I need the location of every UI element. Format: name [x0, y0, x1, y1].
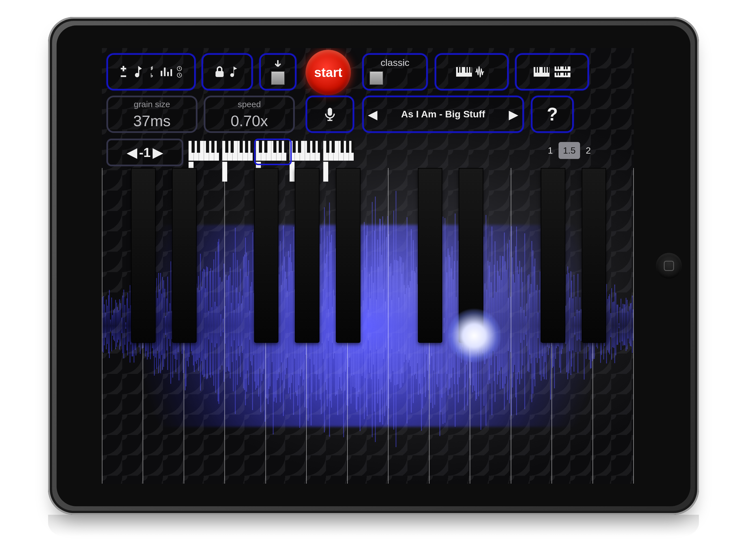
help-label: ?: [533, 97, 572, 131]
svg-text:♭: ♭: [151, 72, 153, 78]
song-prev-button[interactable]: ◀: [368, 107, 378, 122]
octave-next-button[interactable]: ▶: [153, 145, 163, 160]
note-icon: [134, 65, 147, 78]
black-key[interactable]: [172, 168, 197, 343]
keyboard-icon: [534, 67, 549, 77]
svg-text:♯: ♯: [151, 65, 153, 71]
lock-note-panel[interactable]: [202, 53, 253, 90]
black-key[interactable]: [295, 168, 319, 343]
song-title: As I Am - Big Stuff: [401, 109, 485, 119]
clock-icon: [175, 65, 184, 78]
black-key[interactable]: [582, 168, 607, 343]
speed-panel[interactable]: speed 0.70x: [204, 96, 295, 133]
black-key[interactable]: [336, 168, 360, 343]
mode-label: classic: [364, 57, 426, 68]
black-key[interactable]: [541, 168, 565, 343]
grain-size-panel[interactable]: grain size 37ms: [106, 96, 198, 133]
mini-keyboard[interactable]: [188, 141, 357, 161]
sharp-flat-icon: ♯♭: [149, 65, 158, 78]
start-label: start: [314, 65, 342, 80]
svg-rect-4: [216, 71, 224, 77]
black-key[interactable]: [459, 168, 483, 343]
keyboard-icon: [456, 67, 472, 77]
black-key[interactable]: [418, 168, 442, 343]
arrow-down-icon: [273, 59, 283, 70]
microphone-icon: [323, 107, 337, 122]
keyboard-icon: [555, 73, 570, 77]
plus-minus-icon: [119, 65, 132, 78]
bars-icon: [160, 65, 173, 78]
scale-option-1[interactable]: 1: [543, 142, 558, 159]
drop-panel[interactable]: [259, 53, 297, 90]
black-key[interactable]: [254, 168, 279, 343]
song-browser-panel: ◀ As I Am - Big Stuff ▶: [362, 96, 524, 133]
octave-stepper: ◀ -1 ▶: [106, 139, 183, 166]
device-reflection: [48, 515, 699, 538]
grain-size-value: 37ms: [108, 112, 196, 130]
pitch-tools-panel[interactable]: ♯♭: [106, 53, 196, 90]
note-icon: [228, 65, 241, 78]
start-button[interactable]: start: [306, 50, 351, 95]
mode-panel[interactable]: classic: [362, 53, 428, 90]
scale-option-1-5[interactable]: 1.5: [559, 142, 580, 159]
speed-label: speed: [205, 100, 293, 109]
keyboard-wave-toggle[interactable]: [435, 53, 509, 90]
drop-checkbox[interactable]: [271, 71, 285, 85]
song-next-button[interactable]: ▶: [509, 107, 518, 122]
scale-option-2[interactable]: 2: [581, 142, 595, 159]
keyboard-icon: [555, 66, 570, 71]
scale-selector: 1 1.5 2: [543, 142, 595, 159]
mode-checkbox[interactable]: [369, 71, 383, 85]
black-key[interactable]: [131, 168, 156, 343]
lock-icon: [213, 65, 226, 78]
help-panel[interactable]: ?: [531, 96, 574, 133]
app-screen: ♯♭ start clas: [102, 48, 634, 484]
playable-keyboard[interactable]: [102, 168, 634, 484]
home-button[interactable]: [656, 253, 682, 279]
octave-value: -1: [139, 145, 151, 160]
speed-value: 0.70x: [205, 112, 293, 130]
svg-rect-5: [328, 108, 332, 115]
octave-prev-button[interactable]: ◀: [127, 145, 137, 160]
waveform-burst-icon: [474, 65, 487, 78]
mic-panel[interactable]: [306, 96, 354, 133]
dual-keyboard-toggle[interactable]: [515, 53, 589, 90]
device-frame: ♯♭ start clas: [48, 17, 699, 515]
grain-size-label: grain size: [108, 100, 196, 109]
